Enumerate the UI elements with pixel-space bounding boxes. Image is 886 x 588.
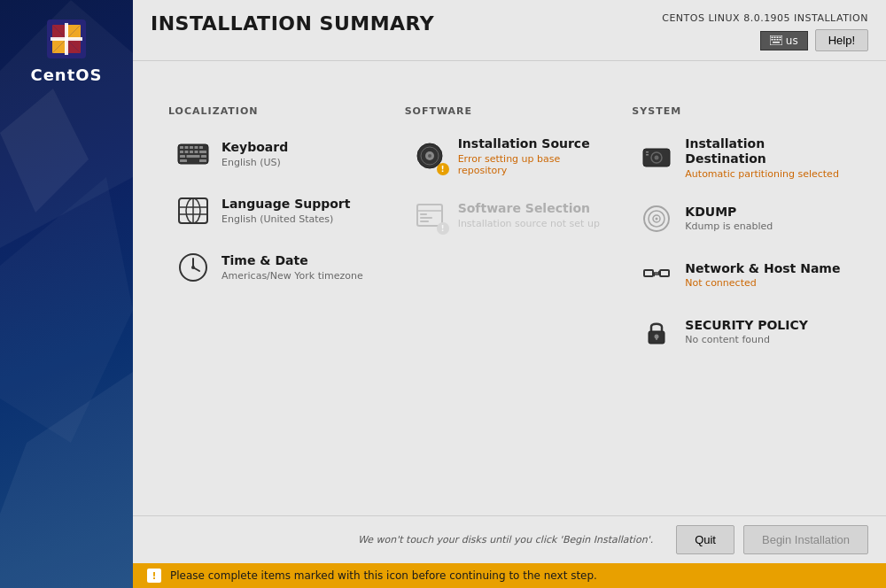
installation-source-title: Installation Source <box>458 136 608 151</box>
page-title: INSTALLATION SUMMARY <box>151 12 434 35</box>
svg-point-60 <box>656 217 658 220</box>
footer-buttons: We won't touch your disks until you clic… <box>133 516 886 563</box>
begin-installation-button[interactable]: Begin Installation <box>743 525 868 554</box>
svg-rect-12 <box>779 37 781 39</box>
svg-rect-24 <box>180 151 183 153</box>
svg-rect-23 <box>199 146 203 149</box>
svg-rect-69 <box>656 337 657 340</box>
language-menu-icon <box>175 193 211 228</box>
time-date-text: Time & Date Americas/New York timezone <box>222 253 380 282</box>
software-selection-title: Software Selection <box>458 201 608 216</box>
software-selection-item: ! Software Selection Installation source… <box>405 189 615 242</box>
svg-rect-49 <box>420 213 427 215</box>
svg-point-42 <box>191 266 195 269</box>
software-header: SOFTWARE <box>405 105 615 117</box>
security-policy-title: SECURITY POLICY <box>685 318 843 333</box>
keyboard-text: Keyboard English (US) <box>222 140 380 168</box>
language-item[interactable]: Language Support English (United States) <box>168 184 387 237</box>
installation-destination-item[interactable]: Installation Destination Automatic parti… <box>632 128 851 189</box>
software-selection-icon: ! <box>412 197 447 233</box>
localization-header: LOCALIZATION <box>168 105 387 117</box>
software-selection-subtitle: Installation source not set up <box>458 218 608 229</box>
installation-destination-icon <box>639 140 674 175</box>
network-subtitle: Not connected <box>685 277 843 289</box>
network-item[interactable]: Network & Host Name Not connected <box>632 249 851 302</box>
security-policy-subtitle: No content found <box>685 334 843 345</box>
installation-destination-text: Installation Destination Automatic parti… <box>685 136 843 180</box>
centos-logo-icon <box>45 18 88 60</box>
network-icon <box>639 258 674 293</box>
svg-rect-61 <box>644 270 653 276</box>
language-text: Language Support English (United States) <box>222 197 380 225</box>
main-panel: INSTALLATION SUMMARY CENTOS LINUX 8.0.19… <box>133 0 886 588</box>
svg-rect-15 <box>776 39 778 41</box>
system-header: SYSTEM <box>632 105 851 117</box>
software-selection-text: Software Selection Installation source n… <box>458 201 608 229</box>
system-section: SYSTEM Installation Destination <box>623 88 851 362</box>
svg-rect-31 <box>201 155 206 158</box>
svg-rect-25 <box>185 151 189 153</box>
svg-rect-7 <box>65 37 68 41</box>
svg-rect-56 <box>646 154 649 156</box>
svg-rect-51 <box>420 220 429 222</box>
installation-source-subtitle: Error setting up base repository <box>458 153 608 176</box>
language-subtitle: English (United States) <box>222 213 380 225</box>
svg-rect-27 <box>195 151 198 153</box>
centos-install-label: CENTOS LINUX 8.0.1905 INSTALLATION <box>662 12 868 24</box>
svg-rect-17 <box>773 42 780 43</box>
svg-rect-62 <box>660 270 669 276</box>
help-button[interactable]: Help! <box>815 29 868 51</box>
installation-source-warning: ! <box>437 163 449 175</box>
security-policy-text: SECURITY POLICY No content found <box>685 318 843 346</box>
svg-rect-10 <box>773 37 775 39</box>
sidebar: CentOS <box>0 0 133 588</box>
keyboard-lang: us <box>786 35 798 47</box>
security-policy-icon <box>639 314 674 350</box>
svg-rect-19 <box>180 146 183 149</box>
installation-destination-subtitle: Automatic partitioning selected <box>685 168 843 180</box>
time-date-title: Time & Date <box>222 253 380 268</box>
keyboard-indicator[interactable]: us <box>760 31 808 50</box>
footer-note: We won't touch your disks until you clic… <box>151 534 667 545</box>
svg-rect-26 <box>190 151 193 153</box>
keyboard-title: Keyboard <box>222 140 380 155</box>
language-title: Language Support <box>222 197 380 212</box>
installation-source-item[interactable]: ! Installation Source Error setting up b… <box>405 128 615 185</box>
header: INSTALLATION SUMMARY CENTOS LINUX 8.0.19… <box>133 0 886 61</box>
svg-rect-11 <box>776 37 778 39</box>
network-title: Network & Host Name <box>685 261 843 276</box>
svg-rect-33 <box>199 159 206 162</box>
warning-bar: ! Please complete items marked with this… <box>133 563 886 588</box>
svg-rect-55 <box>646 151 649 153</box>
time-date-item[interactable]: Time & Date Americas/New York timezone <box>168 241 387 294</box>
svg-rect-29 <box>180 155 185 158</box>
kdump-item[interactable]: KDUMP Kdump is enabled <box>632 192 851 245</box>
installation-source-text: Installation Source Error setting up bas… <box>458 136 608 176</box>
svg-rect-22 <box>195 146 198 149</box>
kdump-title: KDUMP <box>685 205 843 220</box>
header-controls: us Help! <box>760 29 868 51</box>
keyboard-item[interactable]: Keyboard English (US) <box>168 128 387 181</box>
keyboard-menu-icon <box>175 136 211 172</box>
sidebar-logo-text: CentOS <box>30 66 102 84</box>
svg-rect-13 <box>771 39 773 41</box>
svg-point-54 <box>655 156 659 160</box>
svg-rect-21 <box>190 146 193 149</box>
software-selection-warning: ! <box>437 222 449 235</box>
time-date-subtitle: Americas/New York timezone <box>222 270 380 282</box>
security-policy-item[interactable]: SECURITY POLICY No content found <box>632 306 851 359</box>
content-area: LOCALIZATION <box>133 61 886 515</box>
localization-section: LOCALIZATION <box>168 88 396 362</box>
svg-rect-16 <box>779 39 781 41</box>
quit-button[interactable]: Quit <box>676 525 734 554</box>
warning-bar-message: Please complete items marked with this i… <box>170 569 597 582</box>
svg-rect-9 <box>771 37 773 39</box>
kdump-text: KDUMP Kdump is enabled <box>685 205 843 233</box>
keyboard-icon <box>770 35 782 45</box>
installation-destination-title: Installation Destination <box>685 136 843 166</box>
kdump-icon <box>639 201 674 236</box>
footer: We won't touch your disks until you clic… <box>133 515 886 588</box>
software-section: SOFTWARE ! <box>396 88 624 362</box>
header-right: CENTOS LINUX 8.0.1905 INSTALLATION <box>662 12 868 51</box>
svg-rect-32 <box>180 159 187 162</box>
